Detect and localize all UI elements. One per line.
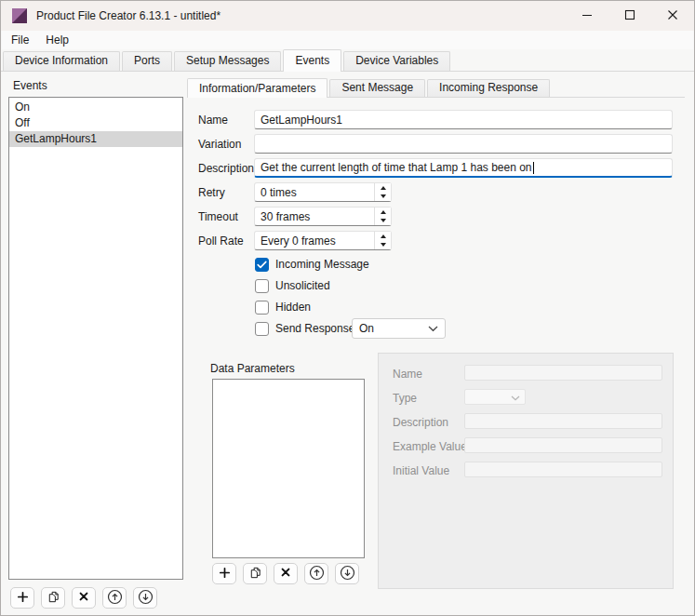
duplicate-icon xyxy=(47,590,60,607)
hidden-label: Hidden xyxy=(275,301,311,314)
param-type-label: Type xyxy=(393,392,417,405)
data-parameters-label: Data Parameters xyxy=(210,362,295,375)
add-icon xyxy=(16,590,30,607)
send-response-value: On xyxy=(359,322,374,335)
move-event-down-button[interactable] xyxy=(133,587,157,609)
timeout-spin-down-icon[interactable] xyxy=(375,217,391,226)
app-logo-icon xyxy=(12,8,27,23)
checkbox-unchecked-icon xyxy=(255,279,269,293)
timeout-spin-up-icon[interactable] xyxy=(375,208,391,217)
events-list-label: Events xyxy=(13,79,47,92)
retry-value: 0 times xyxy=(255,183,374,201)
duplicate-parameter-button[interactable] xyxy=(243,563,267,584)
titlebar: Product File Creator 6.13.1 - untitled* xyxy=(1,1,694,31)
send-response-dropdown[interactable]: On xyxy=(352,318,446,339)
tab-ports[interactable]: Ports xyxy=(122,51,172,71)
incoming-message-label: Incoming Message xyxy=(275,258,369,271)
events-listbox[interactable]: On Off GetLampHours1 xyxy=(8,97,183,580)
window-title: Product File Creator 6.13.1 - untitled* xyxy=(36,9,221,22)
list-item-selected[interactable]: GetLampHours1 xyxy=(9,131,182,147)
retry-spinbox[interactable]: 0 times xyxy=(254,182,392,202)
events-toolbar xyxy=(10,587,157,609)
move-up-icon xyxy=(107,589,123,608)
checkbox-checked-icon xyxy=(255,258,269,272)
window-controls xyxy=(566,1,694,31)
unsolicited-checkbox[interactable]: Unsolicited xyxy=(255,278,330,293)
description-text: Get the current length of time that Lamp… xyxy=(261,161,532,174)
delete-event-button[interactable] xyxy=(72,587,96,609)
checkbox-unchecked-icon xyxy=(255,301,269,315)
send-response-label: Send Response xyxy=(275,322,354,335)
poll-rate-label: Poll Rate xyxy=(198,234,244,248)
list-item[interactable]: On xyxy=(9,100,182,115)
tab-incoming-response[interactable]: Incoming Response xyxy=(427,79,550,97)
retry-spin-up-icon[interactable] xyxy=(375,183,391,193)
param-example-value-field xyxy=(464,437,662,453)
retry-spin-down-icon[interactable] xyxy=(375,193,391,202)
main-tabbar: Device Information Ports Setup Messages … xyxy=(3,49,450,72)
move-parameter-down-button[interactable] xyxy=(335,563,359,584)
add-parameter-button[interactable] xyxy=(212,563,236,584)
chevron-down-icon xyxy=(511,391,520,404)
variation-label: Variation xyxy=(198,138,241,151)
delete-icon xyxy=(280,567,291,581)
param-name-label: Name xyxy=(393,368,422,381)
param-name-field xyxy=(464,365,662,381)
param-description-label: Description xyxy=(393,416,448,429)
send-response-checkbox[interactable]: Send Response xyxy=(255,321,354,336)
move-event-up-button[interactable] xyxy=(102,587,127,609)
poll-rate-spinbox[interactable]: Every 0 frames xyxy=(254,231,392,250)
maximize-icon xyxy=(624,9,635,23)
retry-label: Retry xyxy=(198,186,225,199)
checkbox-unchecked-icon xyxy=(255,322,269,336)
timeout-spinbox[interactable]: 30 frames xyxy=(254,207,392,226)
param-type-dropdown xyxy=(464,389,526,405)
poll-rate-value: Every 0 frames xyxy=(255,232,374,249)
param-description-field xyxy=(464,413,662,429)
close-icon xyxy=(667,9,678,23)
chevron-down-icon xyxy=(428,322,438,335)
move-down-icon xyxy=(340,565,355,583)
tab-device-information[interactable]: Device Information xyxy=(3,51,120,71)
description-input[interactable]: Get the current length of time that Lamp… xyxy=(254,158,673,178)
close-button[interactable] xyxy=(651,1,694,31)
add-icon xyxy=(218,566,232,583)
menu-help[interactable]: Help xyxy=(38,31,76,49)
duplicate-event-button[interactable] xyxy=(41,587,65,609)
menubar: File Help xyxy=(2,31,693,49)
text-caret xyxy=(533,162,534,174)
move-up-icon xyxy=(309,565,325,583)
incoming-message-checkbox[interactable]: Incoming Message xyxy=(255,257,369,272)
name-input[interactable] xyxy=(254,110,673,129)
tab-events[interactable]: Events xyxy=(283,49,341,72)
delete-parameter-button[interactable] xyxy=(274,563,298,584)
unsolicited-label: Unsolicited xyxy=(275,279,330,292)
data-parameters-toolbar xyxy=(212,563,359,584)
menu-file[interactable]: File xyxy=(4,31,36,49)
maximize-button[interactable] xyxy=(608,1,651,31)
add-event-button[interactable] xyxy=(10,587,34,609)
minimize-icon xyxy=(581,9,593,23)
app-window: Product File Creator 6.13.1 - untitled* … xyxy=(0,0,695,616)
sub-tabbar: Information/Parameters Sent Message Inco… xyxy=(187,78,550,98)
move-parameter-up-button[interactable] xyxy=(304,563,328,584)
param-initial-value-label: Initial Value xyxy=(393,464,449,477)
parameter-details-panel: Name Type Description Example Value Init… xyxy=(378,353,674,589)
hidden-checkbox[interactable]: Hidden xyxy=(255,300,311,315)
tab-information-parameters[interactable]: Information/Parameters xyxy=(187,78,327,98)
data-parameters-listbox[interactable] xyxy=(212,379,365,558)
tab-device-variables[interactable]: Device Variables xyxy=(343,51,450,71)
list-item[interactable]: Off xyxy=(9,115,182,131)
minimize-button[interactable] xyxy=(566,1,608,31)
timeout-value: 30 frames xyxy=(255,208,374,225)
param-initial-value-field xyxy=(464,462,662,477)
tab-setup-messages[interactable]: Setup Messages xyxy=(174,51,281,71)
variation-input[interactable] xyxy=(254,134,673,154)
move-down-icon xyxy=(138,589,154,608)
timeout-label: Timeout xyxy=(198,210,238,223)
tab-sent-message[interactable]: Sent Message xyxy=(329,79,425,97)
poll-rate-spin-down-icon[interactable] xyxy=(375,241,391,250)
param-example-value-label: Example Value xyxy=(393,440,467,453)
description-label: Description xyxy=(198,162,254,175)
poll-rate-spin-up-icon[interactable] xyxy=(375,232,391,241)
